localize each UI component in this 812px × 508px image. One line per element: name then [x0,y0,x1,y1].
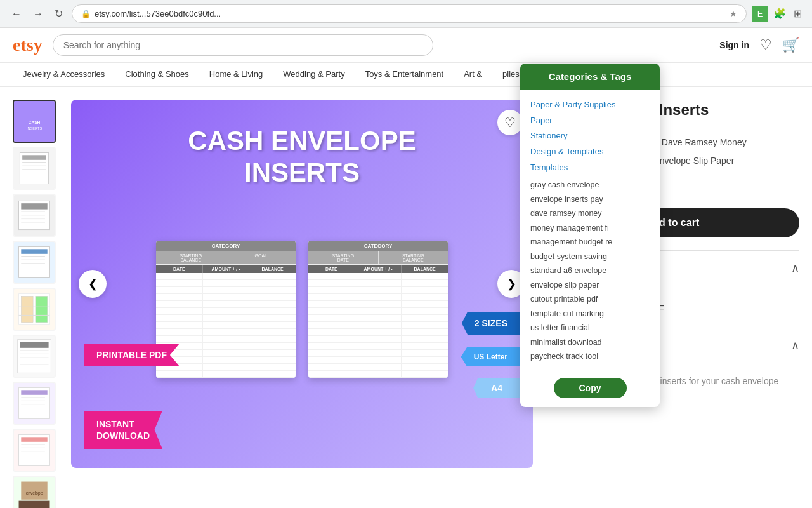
header-actions: Sign in ♡ 🛒 [719,37,799,53]
main-image-container: CASH ENVELOPE INSERTS CATEGORY STARTINGB… [71,100,533,508]
extension-icon[interactable]: E [752,6,768,22]
thumbnail-8[interactable] [13,429,56,472]
thumbnail-2[interactable] [13,147,56,190]
card2-col-amount: AMOUNT + / - [355,265,402,273]
card1-subrow: STARTINGBALANCE GOAL [156,251,296,265]
copy-btn-container: Copy [520,371,660,407]
sign-in-button[interactable]: Sign in [719,40,749,50]
browser-bar: ← → ↻ 🔒 etsy.com/list...573ee0bdfc0c90fd… [0,0,812,28]
copy-button[interactable]: Copy [554,378,627,398]
forward-button[interactable]: → [29,6,47,22]
cart-icon[interactable]: 🛒 [782,37,799,53]
svg-text:INSERTS: INSERTS [27,126,43,130]
wishlist-button[interactable]: ♡ [497,110,523,135]
envelope-cards: CATEGORY STARTINGBALANCE GOAL DATE AMOUN… [156,241,448,378]
svg-rect-31 [20,342,48,347]
puzzle-icon[interactable]: 🧩 [771,5,789,22]
popup-tags: gray cash envelope envelope inserts pay … [530,178,650,364]
nav-clothing[interactable]: Clothing & Shoes [115,63,199,86]
star-icon[interactable]: ★ [730,9,737,18]
popup-header: Categories & Tags [520,64,660,90]
popup-body: Paper & Party Supplies Paper Stationery … [520,90,660,371]
thumbnail-3[interactable] [13,194,56,237]
nav-jewelry[interactable]: Jewelry & Accessories [13,63,115,86]
etsy-logo[interactable]: etsy [13,35,43,55]
badge-instant: INSTANT DOWNLOAD [84,411,162,449]
url-text: etsy.com/list...573ee0bdfc0c90fd... [95,9,726,18]
card2-rows [308,273,448,378]
image-prev-button[interactable]: ❮ [79,270,107,298]
categories-tags-popup: Categories & Tags Paper & Party Supplies… [520,64,660,407]
highlights-chevron: ∧ [791,261,799,275]
category-templates[interactable]: Templates [530,163,568,172]
description-chevron: ∧ [791,338,799,352]
category-design-templates[interactable]: Design & Templates [530,147,603,156]
badge-printable: PRINTABLE PDF [84,344,180,366]
thumbnail-9[interactable]: envelope [13,476,56,508]
wishlist-icon[interactable]: ♡ [759,37,772,53]
card1-starting-balance: STARTINGBALANCE [156,251,226,264]
card1-col-balance: BALANCE [249,265,296,273]
svg-rect-45 [21,437,47,442]
card2-col-date: DATE [308,265,355,273]
badge-a4: A4 [473,378,520,398]
etsy-header: etsy Sign in ♡ 🛒 [0,28,812,63]
card1-col-amount: AMOUNT + / - [203,265,250,273]
card2-data-header: DATE AMOUNT + / - BALANCE [308,265,448,273]
category-stationery[interactable]: Stationery [530,131,568,140]
refresh-button[interactable]: ↻ [51,5,67,22]
address-bar[interactable]: 🔒 etsy.com/list...573ee0bdfc0c90fd... ★ [72,4,747,23]
envelope-card-2: CATEGORY STARTINGDATE STARTINGBALANCE DA… [308,241,448,378]
grid-icon[interactable]: ⊞ [791,5,804,22]
main-image: CASH ENVELOPE INSERTS CATEGORY STARTINGB… [71,100,533,468]
thumbnail-4[interactable] [13,241,56,284]
back-button[interactable]: ← [8,6,25,22]
svg-rect-39 [21,390,47,395]
card1-rows [156,273,296,378]
svg-rect-12 [21,203,47,209]
nav-wedding[interactable]: Wedding & Party [273,63,355,86]
envelope-card-1: CATEGORY STARTINGBALANCE GOAL DATE AMOUN… [156,241,296,378]
card2-starting-date: STARTINGDATE [308,251,379,264]
card2-header: CATEGORY [308,241,448,251]
product-image-title: CASH ENVELOPE INSERTS [188,125,416,189]
svg-rect-25 [21,296,33,322]
svg-text:CASH: CASH [29,120,41,124]
nav-home[interactable]: Home & Living [199,63,273,86]
browser-nav: ← → ↻ [8,5,67,22]
popup-categories: Paper & Party Supplies Paper Stationery … [530,97,650,175]
svg-text:envelope: envelope [26,491,43,496]
card2-starting-balance: STARTINGBALANCE [379,251,449,264]
category-paper[interactable]: Paper [530,116,553,125]
card1-data-header: DATE AMOUNT + / - BALANCE [156,265,296,273]
badge-sizes: 2 SIZES [462,312,520,335]
thumbnail-6[interactable] [13,335,56,378]
svg-rect-19 [21,249,47,254]
thumbnail-5[interactable] [13,288,56,331]
search-input[interactable] [53,34,433,56]
category-paper-party[interactable]: Paper & Party Supplies [530,100,615,109]
nav-bar: Jewelry & Accessories Clothing & Shoes H… [0,63,812,87]
main-content: CASH INSERTS [0,87,812,508]
lock-icon: 🔒 [81,10,91,18]
nav-art[interactable]: Art & [454,63,492,86]
svg-rect-50 [19,501,50,508]
card1-header: CATEGORY [156,241,296,251]
thumbnail-7[interactable] [13,382,56,425]
thumbnails-sidebar: CASH INSERTS [13,100,58,508]
card2-col-balance: BALANCE [402,265,448,273]
card1-goal: GOAL [226,251,296,264]
thumbnail-1[interactable]: CASH INSERTS [13,100,56,143]
card2-subrow: STARTINGDATE STARTINGBALANCE [308,251,448,265]
svg-rect-26 [36,296,48,322]
browser-icons: E 🧩 ⊞ [752,5,804,22]
svg-rect-5 [22,155,46,160]
nav-toys[interactable]: Toys & Entertainment [355,63,454,86]
badge-us-letter: US Letter [461,347,520,366]
card1-col-date: DATE [156,265,203,273]
